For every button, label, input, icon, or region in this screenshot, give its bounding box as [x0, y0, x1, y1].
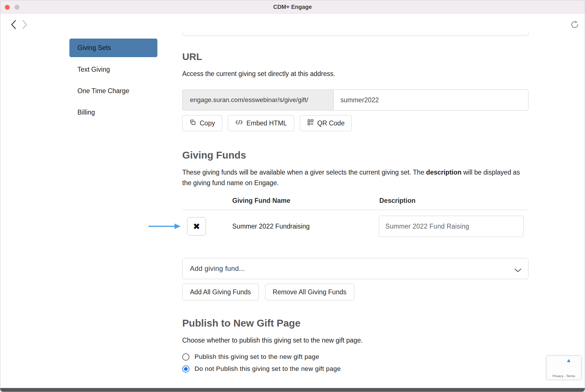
- back-button[interactable]: [9, 19, 18, 30]
- refresh-button[interactable]: [570, 20, 580, 30]
- sidebar-item-text-giving[interactable]: Text Giving: [77, 66, 110, 73]
- url-section-description: Access the current giving set directly a…: [182, 69, 528, 79]
- giving-funds-table: Giving Fund Name Description ✖ Summer 20…: [182, 197, 528, 243]
- sidebar-item-label: Giving Sets: [77, 44, 111, 52]
- add-all-giving-funds-button[interactable]: Add All Giving Funds: [182, 284, 259, 300]
- url-section-heading: URL: [182, 51, 528, 62]
- giving-funds-heading: Giving Funds: [182, 149, 528, 161]
- window-bottom-edge: [0, 388, 585, 392]
- url-prefix: engage.suran.com/esswebinar/s/give/gift/: [182, 89, 334, 111]
- add-giving-fund-placeholder: Add giving fund...: [190, 265, 245, 273]
- url-slug-input[interactable]: [334, 89, 528, 111]
- radio-publish-label: Publish this giving set to the new gift …: [195, 353, 319, 361]
- url-actions: Copy Embed HTML: [182, 115, 528, 131]
- radio-do-not-publish[interactable]: Do not Publish this giving set to the ne…: [182, 365, 528, 373]
- recaptcha-privacy-terms[interactable]: Privacy - Terms: [552, 374, 575, 378]
- qr-code-button[interactable]: QR Code: [300, 115, 352, 131]
- copy-url-button[interactable]: Copy: [182, 115, 222, 131]
- fund-name: Summer 2022 Fundraising: [232, 223, 379, 230]
- app-window: CDM+ Engage Giving Sets Text G: [0, 0, 585, 392]
- sidebar-item-billing[interactable]: Billing: [77, 109, 95, 116]
- sidebar-item-one-time-charge[interactable]: One Time Charge: [77, 87, 129, 95]
- radio-publish[interactable]: Publish this giving set to the new gift …: [182, 353, 528, 361]
- radio-button-icon: [182, 365, 189, 373]
- publish-section-description: Choose whether to publish this giving se…: [182, 335, 528, 346]
- sidebar: Giving Sets Text Giving One Time Charge …: [69, 39, 157, 130]
- qr-code-label: QR Code: [317, 119, 345, 127]
- chevron-left-icon: [10, 27, 17, 31]
- embed-html-button[interactable]: Embed HTML: [228, 115, 294, 131]
- window-title: CDM+ Engage: [0, 0, 585, 14]
- qr-code-icon: [307, 119, 314, 127]
- radio-button-icon: [182, 353, 189, 361]
- table-row: ✖ Summer 2022 Fundraising: [182, 210, 528, 243]
- desc-bold: description: [426, 169, 462, 176]
- x-icon: ✖: [193, 221, 200, 231]
- code-icon: [235, 119, 243, 127]
- chevron-down-icon: [514, 267, 522, 275]
- fund-description-input[interactable]: [379, 216, 524, 237]
- chevron-right-icon: [21, 27, 28, 31]
- sidebar-item-giving-sets[interactable]: Giving Sets: [69, 39, 157, 57]
- titlebar: CDM+ Engage: [0, 0, 585, 14]
- annotation-arrow-icon: [148, 223, 181, 230]
- remove-fund-button[interactable]: ✖: [187, 217, 206, 235]
- remove-all-giving-funds-button[interactable]: Remove All Giving Funds: [265, 284, 354, 300]
- copy-icon: [189, 119, 196, 127]
- desc-text: These giving funds will be available whe…: [182, 169, 426, 176]
- add-giving-fund-select[interactable]: Add giving fund...: [182, 258, 528, 279]
- main-content: URL Access the current giving set direct…: [182, 32, 528, 377]
- column-header-description: Description: [379, 197, 528, 205]
- publish-options: Publish this giving set to the new gift …: [182, 353, 528, 373]
- forward-button[interactable]: [20, 19, 29, 30]
- toolbar: [0, 14, 585, 35]
- table-header: Giving Fund Name Description: [182, 197, 528, 210]
- recaptcha-badge[interactable]: Privacy - Terms: [547, 356, 581, 379]
- publish-section-heading: Publish to New Gift Page: [182, 317, 528, 329]
- radio-do-not-publish-label: Do not Publish this giving set to the ne…: [195, 365, 341, 373]
- refresh-icon: [570, 26, 579, 30]
- recaptcha-icon: [557, 358, 570, 371]
- embed-html-label: Embed HTML: [247, 119, 287, 127]
- giving-set-url-group: engage.suran.com/esswebinar/s/give/gift/: [182, 89, 528, 111]
- copy-label: Copy: [200, 119, 215, 127]
- giving-funds-description: These giving funds will be available whe…: [182, 167, 528, 188]
- fund-actions: Add All Giving Funds Remove All Giving F…: [182, 284, 528, 300]
- scrolled-input-bottom-edge: [182, 32, 528, 36]
- column-header-fund-name: Giving Fund Name: [232, 197, 379, 205]
